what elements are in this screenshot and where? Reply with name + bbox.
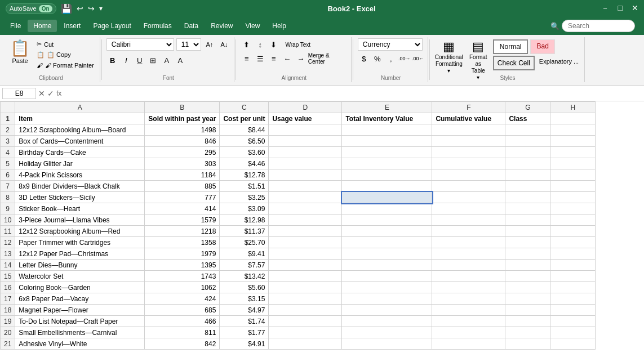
cancel-formula-icon[interactable]: ✕ [38, 89, 45, 98]
cell-c4[interactable]: $3.60 [220, 147, 269, 158]
increase-decimal-button[interactable]: .00← [412, 52, 424, 65]
cell-c12[interactable]: $25.70 [220, 237, 269, 248]
cell-a18[interactable]: Magnet Paper—Flower [15, 305, 145, 316]
menu-view[interactable]: View [240, 20, 266, 32]
normal-style[interactable]: Normal [493, 39, 528, 54]
wrap-text-button[interactable]: Wrap Text [281, 38, 315, 51]
cell-d6[interactable] [269, 169, 342, 181]
cell-c1[interactable]: Cost per unit [220, 113, 269, 124]
cell-g4[interactable] [505, 147, 550, 158]
menu-review[interactable]: Review [205, 20, 238, 32]
cell-h19[interactable] [550, 316, 596, 327]
cell-b9[interactable]: 414 [145, 203, 220, 214]
fill-color-button[interactable]: A [161, 54, 173, 66]
align-bottom-button[interactable]: ⬇ [268, 38, 280, 51]
cell-g15[interactable] [505, 271, 550, 282]
cell-e17[interactable] [342, 293, 432, 305]
align-center-button[interactable]: ☰ [254, 52, 267, 65]
cell-a3[interactable]: Box of Cards—Contentment [15, 136, 145, 147]
cell-b10[interactable]: 1579 [145, 214, 220, 226]
cell-f17[interactable] [432, 293, 505, 305]
cell-a21[interactable]: Adhesive Vinyl—White [15, 338, 145, 350]
decrease-font-button[interactable]: A↓ [218, 38, 230, 51]
cell-a7[interactable]: 8x9 Binder Dividers—Black Chalk [15, 181, 145, 192]
decrease-indent-button[interactable]: ← [281, 52, 294, 65]
cell-b19[interactable]: 466 [145, 316, 220, 327]
cell-d21[interactable] [269, 338, 342, 350]
menu-insert[interactable]: Insert [58, 20, 86, 32]
cell-f14[interactable] [432, 260, 505, 271]
borders-button[interactable]: ⊞ [147, 54, 159, 66]
cell-c2[interactable]: $8.44 [220, 124, 269, 136]
cell-d2[interactable] [269, 124, 342, 136]
cell-f8[interactable] [432, 192, 505, 203]
cell-c5[interactable]: $4.46 [220, 158, 269, 169]
cell-a9[interactable]: Sticker Book—Heart [15, 203, 145, 214]
cell-h6[interactable] [550, 169, 596, 181]
menu-formulas[interactable]: Formulas [138, 20, 177, 32]
cell-h16[interactable] [550, 282, 596, 293]
italic-button[interactable]: I [120, 54, 132, 66]
cell-e6[interactable] [342, 169, 432, 181]
cell-e19[interactable] [342, 316, 432, 327]
col-header-c[interactable]: C [220, 102, 269, 113]
cell-f6[interactable] [432, 169, 505, 181]
cell-g9[interactable] [505, 203, 550, 214]
redo-icon[interactable]: ↪ [88, 4, 95, 13]
cell-c16[interactable]: $5.60 [220, 282, 269, 293]
autosave-toggle[interactable]: AutoSave On [6, 3, 56, 14]
align-right-button[interactable]: ≡ [268, 52, 280, 65]
cell-b14[interactable]: 1395 [145, 260, 220, 271]
cell-a14[interactable]: Letter Dies—Bunny [15, 260, 145, 271]
cell-a10[interactable]: 3-Piece Journal—Llama Vibes [15, 214, 145, 226]
cell-c9[interactable]: $3.09 [220, 203, 269, 214]
cell-h18[interactable] [550, 305, 596, 316]
cell-b11[interactable]: 1218 [145, 226, 220, 237]
cell-g16[interactable] [505, 282, 550, 293]
cell-a16[interactable]: Coloring Book—Garden [15, 282, 145, 293]
cell-e14[interactable] [342, 260, 432, 271]
cell-h12[interactable] [550, 237, 596, 248]
cell-d19[interactable] [269, 316, 342, 327]
percent-button[interactable]: % [371, 52, 384, 65]
cell-d18[interactable] [269, 305, 342, 316]
merge-center-button[interactable]: Merge & Center [308, 52, 348, 65]
cell-g8[interactable] [505, 192, 550, 203]
conditional-formatting-button[interactable]: ▦ ConditionalFormatting ▾ [434, 38, 464, 75]
cell-a6[interactable]: 4-Pack Pink Scissors [15, 169, 145, 181]
confirm-formula-icon[interactable]: ✓ [47, 89, 54, 98]
underline-button[interactable]: U [134, 54, 146, 66]
cell-d13[interactable] [269, 248, 342, 260]
col-header-b[interactable]: B [145, 102, 220, 113]
cell-b18[interactable]: 685 [145, 305, 220, 316]
cell-h2[interactable] [550, 124, 596, 136]
col-header-f[interactable]: F [432, 102, 505, 113]
cell-c18[interactable]: $4.97 [220, 305, 269, 316]
check-cell-style[interactable]: Check Cell [493, 56, 535, 70]
cell-f19[interactable] [432, 316, 505, 327]
cell-c13[interactable]: $9.41 [220, 248, 269, 260]
cell-d7[interactable] [269, 181, 342, 192]
cell-e10[interactable] [342, 214, 432, 226]
cell-f16[interactable] [432, 282, 505, 293]
font-name-select[interactable]: Calibri [106, 38, 174, 51]
cell-a1[interactable]: Item [15, 113, 145, 124]
align-left-button[interactable]: ≡ [241, 52, 253, 65]
cell-d9[interactable] [269, 203, 342, 214]
cell-g21[interactable] [505, 338, 550, 350]
cell-h21[interactable] [550, 338, 596, 350]
cell-e4[interactable] [342, 147, 432, 158]
cell-g10[interactable] [505, 214, 550, 226]
cell-b1[interactable]: Sold within past year [145, 113, 220, 124]
insert-function-icon[interactable]: fx [56, 90, 61, 97]
cell-b4[interactable]: 295 [145, 147, 220, 158]
menu-home[interactable]: Home [28, 20, 57, 32]
align-middle-button[interactable]: ↕ [254, 38, 267, 51]
cell-c21[interactable]: $4.91 [220, 338, 269, 350]
font-color-button[interactable]: A [174, 54, 186, 66]
cell-b7[interactable]: 885 [145, 181, 220, 192]
cell-f10[interactable] [432, 214, 505, 226]
cell-h4[interactable] [550, 147, 596, 158]
cell-d8[interactable] [269, 192, 342, 203]
cell-d14[interactable] [269, 260, 342, 271]
